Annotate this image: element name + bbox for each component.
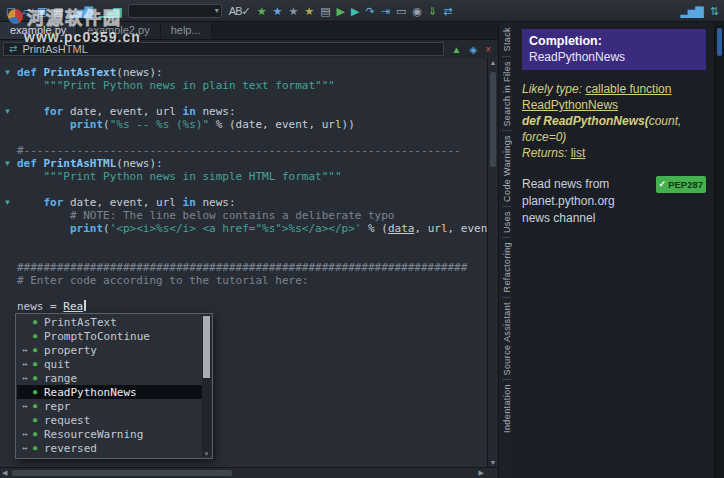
panel-scrollbar[interactable] — [714, 22, 724, 478]
autocomplete-item[interactable]: ↔●range — [17, 371, 202, 385]
autocomplete-item[interactable]: ↔●ResourceWarning — [17, 427, 202, 441]
code-editor[interactable]: ▼▼▼▼ def PrintAsText(news): """Print Pyt… — [0, 58, 498, 467]
step-into-icon[interactable]: ⇥ — [381, 1, 389, 21]
code-line[interactable]: ########################################… — [17, 261, 498, 274]
gutter-space — [0, 300, 15, 313]
step-over-icon[interactable]: ↷ — [366, 1, 374, 21]
scroll-right-icon[interactable]: ▶ — [479, 469, 484, 477]
bookmark-clear-icon[interactable]: ★ — [304, 1, 313, 21]
code-line[interactable]: #---------------------------------------… — [17, 144, 498, 157]
code-token: print — [70, 222, 103, 235]
editor-hscroll-thumb[interactable] — [12, 470, 232, 476]
code-line[interactable]: """Print Python news in simple HTML form… — [17, 170, 498, 183]
fold-marker-icon[interactable]: ▼ — [0, 196, 15, 209]
scroll-down-icon[interactable]: ▼ — [488, 459, 498, 466]
editor-vertical-scrollbar[interactable]: ▲ ▼ — [487, 58, 498, 467]
save-icon[interactable]: ▣ — [37, 1, 46, 21]
run-icon[interactable]: ▶ — [337, 1, 344, 21]
autocomplete-scrollbar-thumb[interactable] — [203, 316, 210, 378]
symbol-link[interactable]: ReadPythonNews — [522, 98, 618, 112]
side-tab-indentation[interactable]: Indentation — [502, 384, 512, 433]
code-line[interactable] — [17, 235, 498, 248]
side-tab-stack[interactable]: Stack — [502, 27, 512, 52]
tab-help[interactable]: help... — [161, 22, 212, 39]
bookmark-prev-icon[interactable]: ★ — [288, 1, 297, 21]
editor-vscroll-thumb[interactable] — [490, 72, 496, 167]
swap-icon[interactable]: ⇄ — [443, 1, 451, 21]
code-line[interactable] — [17, 287, 498, 300]
code-line[interactable]: # NOTE: The line below contains a delibe… — [17, 209, 498, 222]
code-line[interactable] — [17, 248, 498, 261]
likely-type-link[interactable]: callable function — [585, 82, 671, 96]
code-line[interactable]: # Enter code according to the tutorial h… — [17, 274, 498, 287]
autocomplete-scroll-down-icon[interactable]: ▼ — [202, 451, 211, 457]
profile-icon[interactable]: ▂▅▇ — [70, 1, 92, 21]
debug-icon[interactable]: ▶ — [351, 1, 358, 21]
scroll-up-icon[interactable]: ▲ — [488, 59, 498, 66]
toolbar-search-box[interactable]: ▾ — [128, 4, 222, 18]
autocomplete-item[interactable]: ↔●property — [17, 343, 202, 357]
side-tab-code-warnings[interactable]: Code Warnings — [502, 135, 512, 202]
side-tab-source-assistant[interactable]: Source Assistant — [502, 302, 512, 375]
doc-line: planet.python.org — [522, 193, 706, 210]
scope-combo[interactable]: ⇄ PrintAsHTML — [3, 42, 444, 56]
autocomplete-item[interactable]: ↔●quit — [17, 357, 202, 371]
code-line[interactable]: news = Rea — [17, 300, 498, 313]
autocomplete-item[interactable]: ↔●reversed — [17, 441, 202, 455]
chart-icon[interactable]: ▁▄▆ — [99, 1, 121, 21]
side-tab-uses[interactable]: Uses — [502, 211, 512, 233]
autocomplete-item[interactable]: ●PrintAsText — [17, 315, 202, 329]
fold-marker-icon[interactable]: ▼ — [0, 66, 15, 79]
side-tab-refactoring[interactable]: Refactoring — [502, 242, 512, 292]
gutter-space — [0, 183, 15, 196]
autocomplete-item[interactable]: ↔●repr — [17, 399, 202, 413]
code-line[interactable]: for date, event, url in news: — [17, 105, 498, 118]
search-icon[interactable]: ◉ — [412, 1, 421, 21]
toolbar-search-input[interactable] — [131, 5, 215, 16]
code-area[interactable]: def PrintAsText(news): """Print Python n… — [17, 58, 498, 313]
panel-scrollbar-thumb[interactable] — [717, 28, 722, 56]
code-line[interactable]: def PrintAsHTML(news): — [17, 157, 498, 170]
monitor-icon[interactable]: ▭ — [396, 1, 405, 21]
sync-icon[interactable]: ⇅ — [710, 1, 718, 21]
save-all-icon[interactable]: ▦ — [53, 1, 62, 21]
stats-icon[interactable]: ▂▅▇ — [680, 1, 702, 21]
code-line[interactable] — [17, 131, 498, 144]
panel-close-icon[interactable]: × — [485, 44, 491, 55]
bookmark-add-icon[interactable]: ★ — [257, 1, 266, 21]
fold-marker-icon[interactable]: ▼ — [0, 105, 15, 118]
tab-examplepy[interactable]: example.py — [0, 22, 77, 39]
tab-example2py[interactable]: example2.py — [77, 22, 160, 39]
new-file-icon[interactable]: ▢ — [6, 1, 15, 21]
code-line[interactable]: for date, event, url in news: — [17, 196, 498, 209]
autocomplete-item[interactable]: ●request — [17, 413, 202, 427]
scope-value: PrintAsHTML — [22, 43, 87, 55]
snippet-icon[interactable]: ▤ — [320, 1, 329, 21]
autocomplete-item[interactable]: ●ReadPythonNews — [17, 385, 202, 399]
autocomplete-scrollbar[interactable]: ▼ — [202, 315, 211, 457]
panel-options-icon[interactable]: ◈ — [469, 44, 477, 55]
code-line[interactable] — [17, 183, 498, 196]
editor-horizontal-scrollbar[interactable]: ◀ ▶ — [0, 467, 498, 478]
gutter-space — [0, 79, 15, 92]
code-line[interactable]: """Print Python news in plain text forma… — [17, 79, 498, 92]
editor-tabbar: example.pyexample2.pyhelp... — [0, 22, 498, 40]
fold-marker-icon[interactable]: ▼ — [0, 157, 15, 170]
code-line[interactable]: print("%s -- %s (%s)" % (date, event, ur… — [17, 118, 498, 131]
code-line[interactable] — [17, 92, 498, 105]
search-dropdown-icon[interactable]: ▾ — [215, 6, 219, 15]
code-token: ( — [103, 118, 110, 131]
bookmark-next-icon[interactable]: ★ — [273, 1, 282, 21]
open-file-icon[interactable]: ▱ — [22, 1, 29, 21]
side-tab-search-in-files[interactable]: Search in Files — [502, 61, 512, 127]
panel-up-icon[interactable]: ▲ — [452, 44, 462, 55]
download-icon[interactable]: ⇓ — [428, 1, 436, 21]
returns-link[interactable]: list — [571, 146, 586, 160]
spellcheck-icon[interactable]: AB✓ — [229, 1, 250, 21]
code-line[interactable]: print('<p><i>%s</i> <a href="%s">%s</a><… — [17, 222, 498, 235]
scroll-left-icon[interactable]: ◀ — [2, 469, 7, 477]
code-line[interactable]: def PrintAsText(news): — [17, 66, 498, 79]
toolbar-right-group: ▂▅▇⇅ — [680, 1, 718, 21]
scope-bar: ⇄ PrintAsHTML ▲◈× — [0, 40, 498, 58]
autocomplete-item[interactable]: ●PromptToContinue — [17, 329, 202, 343]
